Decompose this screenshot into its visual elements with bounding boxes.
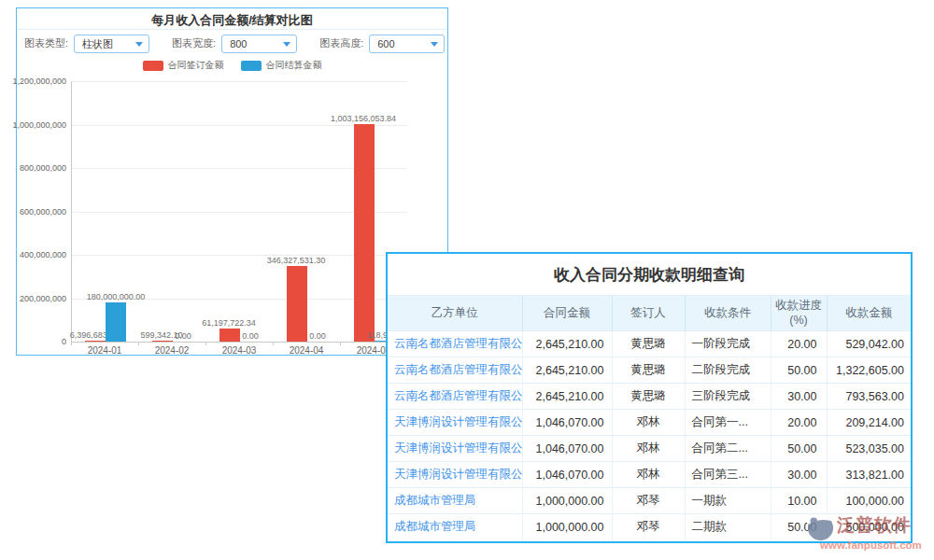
contract-amount-cell: 1,046,070.00 (522, 436, 612, 462)
contract-amount-cell: 1,000,000.00 (522, 488, 612, 514)
signer-cell: 邓琴 (612, 514, 685, 540)
column-header: 收款进度(%) (771, 296, 827, 331)
bar-value-label: 346,327,531.30 (267, 256, 326, 265)
watermark-url: www.fanpusoft.com (820, 539, 922, 551)
axis-tick (273, 342, 274, 345)
watermark: 泛普软件 www.fanpusoft.com (805, 511, 934, 560)
signer-cell: 邓琴 (612, 488, 685, 514)
progress-cell: 20.00 (771, 331, 827, 357)
table-row[interactable]: 天津博润设计管理有限公司1,046,070.00邓林合同第二...50.0052… (388, 436, 911, 462)
amount-cell: 529,042.00 (827, 331, 911, 357)
y-axis-tick-label: 1,000,000,000 (1, 120, 66, 130)
party-link-cell[interactable]: 云南名都酒店管理有限公司 (388, 357, 522, 384)
condition-cell: 三阶段完成 (685, 384, 771, 410)
progress-cell: 20.00 (771, 410, 827, 436)
bar-value-label: 61,197,722.34 (202, 318, 256, 328)
fanpu-logo-icon (807, 514, 834, 541)
amount-cell: 100,000.00 (827, 488, 911, 514)
condition-cell: 二阶段完成 (685, 357, 771, 384)
progress-cell: 30.00 (771, 462, 827, 488)
gridline (71, 342, 407, 343)
bar-value-label: 118,9 (367, 330, 388, 340)
bar-signed-amount[interactable] (287, 266, 307, 342)
progress-cell: 10.00 (771, 488, 827, 514)
signer-cell: 邓林 (612, 436, 685, 462)
bar-signed-amount[interactable] (219, 329, 240, 342)
progress-cell: 50.00 (771, 357, 827, 384)
contract-amount-cell: 2,645,210.00 (522, 357, 612, 384)
contract-amount-cell: 2,645,210.00 (522, 384, 612, 410)
party-link-cell[interactable]: 天津博润设计管理有限公司 (388, 436, 522, 462)
signer-cell: 黄思璐 (612, 384, 685, 410)
bar-value-label: 0.00 (242, 331, 259, 341)
signer-cell: 邓林 (612, 462, 685, 488)
signer-cell: 黄思璐 (612, 331, 685, 357)
x-axis-tick-label: 2024-02 (155, 345, 190, 356)
amount-cell: 313,821.00 (827, 462, 911, 488)
party-link-cell[interactable]: 云南名都酒店管理有限公司 (388, 331, 522, 357)
gridline (71, 81, 407, 82)
amount-cell: 523,035.00 (827, 436, 911, 462)
column-header: 收款金额 (827, 296, 911, 331)
y-axis-tick-label: 200,000,000 (1, 294, 66, 303)
party-link-cell[interactable]: 成都城市管理局 (388, 488, 522, 514)
party-link-cell[interactable]: 天津博润设计管理有限公司 (388, 462, 522, 488)
condition-cell: 一阶段完成 (685, 331, 771, 357)
data-table: 乙方单位合同金额签订人收款条件收款进度(%)收款金额 云南名都酒店管理有限公司2… (388, 295, 911, 540)
axis-tick (138, 342, 139, 345)
progress-cell: 50.00 (771, 436, 827, 462)
y-axis-line (71, 81, 72, 342)
plot-area: 0200,000,000400,000,000600,000,000800,00… (17, 8, 447, 355)
bar-value-label: 180,000,000.00 (87, 292, 146, 301)
bar-signed-amount[interactable] (85, 341, 106, 342)
y-axis-tick-label: 600,000,000 (1, 207, 66, 217)
progress-cell: 30.00 (771, 384, 827, 410)
x-axis-tick-label: 2024-03 (222, 345, 257, 356)
signer-cell: 黄思璐 (612, 357, 685, 384)
table-header-row: 乙方单位合同金额签订人收款条件收款进度(%)收款金额 (388, 296, 911, 331)
contract-amount-cell: 2,645,210.00 (522, 331, 612, 357)
amount-cell: 793,563.00 (827, 384, 911, 410)
x-axis-tick-label: 2024-01 (88, 345, 122, 356)
table-row[interactable]: 云南名都酒店管理有限公司2,645,210.00黄思璐三阶段完成30.00793… (388, 384, 911, 410)
watermark-brand: 泛普软件 (837, 513, 912, 538)
bar-settled-amount[interactable] (106, 302, 126, 342)
amount-cell: 209,214.00 (827, 410, 911, 436)
condition-cell: 合同第二... (685, 436, 771, 462)
y-axis-tick-label: 400,000,000 (1, 250, 66, 259)
axis-tick (340, 342, 341, 345)
signer-cell: 邓林 (612, 410, 685, 436)
table-row[interactable]: 云南名都酒店管理有限公司2,645,210.00黄思璐二阶段完成50.001,3… (388, 357, 911, 384)
table-row[interactable]: 天津博润设计管理有限公司1,046,070.00邓林合同第一...20.0020… (388, 410, 911, 436)
bar-value-label: 1,003,156,053.84 (331, 114, 396, 123)
condition-cell: 合同第三... (685, 462, 771, 488)
table-panel: 收入合同分期收款明细查询 乙方单位合同金额签订人收款条件收款进度(%)收款金额 … (386, 252, 913, 543)
party-link-cell[interactable]: 云南名都酒店管理有限公司 (388, 384, 522, 410)
bar-signed-amount[interactable] (152, 341, 173, 342)
y-axis-tick-label: 0 (1, 337, 66, 346)
contract-amount-cell: 1,000,000.00 (522, 514, 612, 540)
table-title: 收入合同分期收款明细查询 (388, 254, 911, 295)
axis-tick (205, 342, 206, 345)
table-row[interactable]: 成都城市管理局1,000,000.00邓琴一期款10.00100,000.00 (388, 488, 911, 514)
condition-cell: 一期款 (685, 488, 771, 514)
party-link-cell[interactable]: 成都城市管理局 (388, 514, 522, 540)
y-axis-tick-label: 800,000,000 (1, 163, 66, 173)
condition-cell: 合同第一... (685, 410, 771, 436)
y-axis-tick-label: 1,200,000,000 (1, 77, 66, 86)
column-header: 乙方单位 (388, 296, 522, 331)
party-link-cell[interactable]: 天津博润设计管理有限公司 (388, 410, 522, 436)
axis-tick (71, 342, 72, 345)
table-row[interactable]: 天津博润设计管理有限公司1,046,070.00邓林合同第三...30.0031… (388, 462, 911, 488)
contract-amount-cell: 1,046,070.00 (522, 462, 612, 488)
bar-signed-amount[interactable] (354, 124, 375, 342)
table-row[interactable]: 云南名都酒店管理有限公司2,645,210.00黄思璐一阶段完成20.00529… (388, 331, 911, 357)
amount-cell: 1,322,605.00 (827, 357, 911, 384)
column-header: 收款条件 (685, 296, 771, 331)
bar-value-label: 0.00 (309, 331, 326, 341)
column-header: 签订人 (612, 296, 685, 331)
condition-cell: 二期款 (685, 514, 771, 540)
bar-value-label: 0.00 (175, 331, 191, 341)
x-axis-tick-label: 2024-04 (290, 345, 324, 356)
contract-amount-cell: 1,046,070.00 (522, 410, 612, 436)
